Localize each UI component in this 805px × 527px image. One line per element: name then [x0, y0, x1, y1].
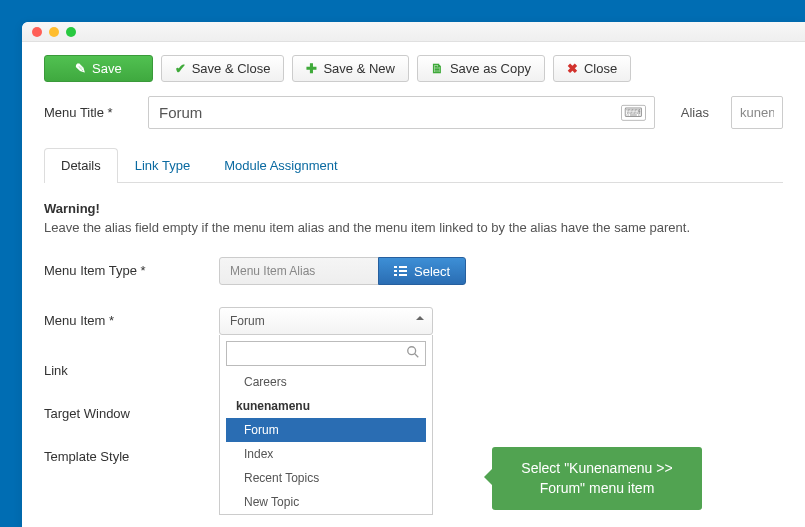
template-style-label: Template Style: [44, 443, 219, 464]
save-label: Save: [92, 61, 122, 76]
window-min-dot[interactable]: [49, 27, 59, 37]
combo-dropdown: CareerskunenamenuForumIndexRecent Topics…: [219, 335, 433, 515]
list-icon: [394, 266, 407, 276]
warning-text: Leave the alias field empty if the menu …: [44, 220, 783, 235]
tab-details[interactable]: Details: [44, 148, 118, 183]
close-button[interactable]: ✖ Close: [553, 55, 631, 82]
check-icon: ✔: [175, 61, 186, 76]
save-new-button[interactable]: ✚ Save & New: [292, 55, 409, 82]
save-close-button[interactable]: ✔ Save & Close: [161, 55, 285, 82]
menu-item-label: Menu Item *: [44, 307, 219, 328]
combo-option-list[interactable]: CareerskunenamenuForumIndexRecent Topics…: [226, 370, 426, 512]
combo-selected[interactable]: Forum: [219, 307, 433, 335]
search-icon: [406, 345, 420, 362]
warning-title: Warning!: [44, 201, 783, 216]
hint-tooltip: Select "Kunenamenu >> Forum" menu item: [492, 447, 702, 510]
select-type-button[interactable]: Select: [378, 257, 466, 285]
title-row: Menu Title * ⌨ Alias: [22, 92, 805, 137]
target-window-label: Target Window: [44, 400, 219, 421]
save-copy-label: Save as Copy: [450, 61, 531, 76]
menu-item-combo: Forum CareerskunenamenuForumIndexRecent …: [219, 307, 433, 335]
app-window: ✎ Save ✔ Save & Close ✚ Save & New 🗎 Sav…: [22, 22, 805, 527]
select-label: Select: [414, 264, 450, 279]
close-label: Close: [584, 61, 617, 76]
combo-option: kunenamenu: [226, 394, 426, 418]
save-copy-button[interactable]: 🗎 Save as Copy: [417, 55, 545, 82]
menu-title-input[interactable]: [148, 96, 655, 129]
combo-option[interactable]: Forum: [226, 418, 426, 442]
combo-option[interactable]: Careers: [226, 370, 426, 394]
combo-search-input[interactable]: [226, 341, 426, 366]
check-icon: ✎: [75, 61, 86, 76]
caret-up-icon: [416, 316, 424, 320]
combo-search: [226, 341, 426, 366]
window-titlebar: [22, 22, 805, 42]
tab-module-assignment[interactable]: Module Assignment: [207, 148, 354, 183]
save-close-label: Save & Close: [192, 61, 271, 76]
tabs: Details Link Type Module Assignment: [44, 147, 783, 183]
window-close-dot[interactable]: [32, 27, 42, 37]
save-new-label: Save & New: [323, 61, 395, 76]
keyboard-icon: ⌨: [621, 104, 646, 120]
close-icon: ✖: [567, 61, 578, 76]
window-max-dot[interactable]: [66, 27, 76, 37]
menu-title-label: Menu Title *: [44, 105, 134, 120]
menu-item-type-value: Menu Item Alias: [219, 257, 379, 285]
copy-icon: 🗎: [431, 61, 444, 76]
svg-line-1: [415, 354, 419, 358]
save-button[interactable]: ✎ Save: [44, 55, 153, 82]
combo-option[interactable]: New Topic: [226, 490, 426, 512]
alias-input[interactable]: [731, 96, 783, 129]
tab-link-type[interactable]: Link Type: [118, 148, 207, 183]
alias-label: Alias: [681, 105, 709, 120]
svg-point-0: [408, 347, 416, 355]
field-menu-item-type: Menu Item Type * Menu Item Alias Select: [44, 257, 783, 285]
field-menu-item: Menu Item * Forum CareerskunenamenuForum…: [44, 307, 783, 335]
plus-icon: ✚: [306, 61, 317, 76]
combo-option[interactable]: Recent Topics: [226, 466, 426, 490]
menu-item-type-label: Menu Item Type *: [44, 257, 219, 278]
tab-content: Warning! Leave the alias field empty if …: [22, 183, 805, 464]
action-toolbar: ✎ Save ✔ Save & Close ✚ Save & New 🗎 Sav…: [22, 42, 805, 92]
combo-option[interactable]: Index: [226, 442, 426, 466]
link-label: Link: [44, 357, 219, 378]
